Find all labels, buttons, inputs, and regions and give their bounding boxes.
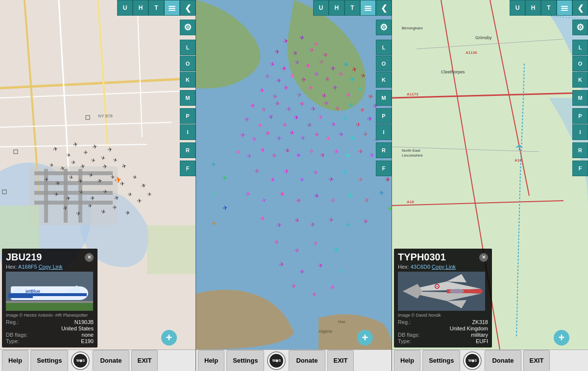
side-i-1[interactable]: I	[180, 124, 196, 140]
svg-text:✈: ✈	[264, 129, 271, 138]
donate-btn-3[interactable]: Donate	[485, 350, 521, 371]
flight-id-3: TYPH0301 ✕	[398, 252, 488, 263]
svg-text:✈: ✈	[257, 121, 264, 129]
flags-value-3: military	[471, 332, 488, 338]
side-k-2[interactable]: K	[376, 72, 392, 88]
btn-h-3[interactable]: H	[525, 0, 541, 16]
detail-flags-3: DB flags: military	[398, 332, 488, 338]
img-caption-3: Image © David Novák	[398, 313, 488, 318]
svg-text:✈: ✈	[338, 267, 344, 275]
detail-country-1: United States	[6, 325, 94, 331]
btn-h-1[interactable]: H	[133, 0, 148, 16]
side-f-2[interactable]: F	[376, 161, 392, 176]
svg-text:✈: ✈	[351, 65, 358, 74]
compass-label-3: W◉S	[468, 359, 477, 363]
exit-btn-1[interactable]: EXIT	[131, 350, 158, 371]
top-toolbar-2: U H T ❮	[313, 0, 392, 16]
side-m-2[interactable]: M	[376, 90, 392, 106]
svg-text:✈: ✈	[54, 179, 61, 187]
side-l-2[interactable]: L	[376, 40, 392, 55]
gear-btn-2[interactable]: ⚙	[376, 20, 392, 35]
svg-text:✈: ✈	[276, 221, 283, 229]
svg-text:✈: ✈	[344, 221, 351, 229]
svg-rect-24	[169, 8, 175, 9]
side-o-1[interactable]: O	[180, 56, 196, 71]
side-k-1[interactable]: K	[180, 72, 196, 88]
svg-text:✈: ✈	[270, 60, 276, 68]
copy-link-1[interactable]: Copy Link	[39, 264, 63, 270]
settings-btn-3[interactable]: Settings	[422, 350, 460, 371]
side-p-1[interactable]: P	[180, 108, 196, 124]
detail-type-1: Type: E190	[6, 338, 94, 344]
btn-t-1[interactable]: T	[148, 0, 164, 16]
donate-btn-1[interactable]: Donate	[93, 350, 129, 371]
svg-text:✈: ✈	[265, 72, 270, 80]
help-btn-2[interactable]: Help	[198, 350, 224, 371]
plus-btn-2[interactable]: +	[357, 330, 373, 346]
settings-btn-1[interactable]: Settings	[30, 350, 68, 371]
svg-text:✈: ✈	[347, 101, 354, 109]
close-btn-3[interactable]: ✕	[479, 253, 488, 262]
flight-id-text-3: TYPH0301	[398, 252, 446, 263]
side-l-1[interactable]: L	[180, 40, 196, 55]
svg-text:✈: ✈	[259, 87, 265, 94]
svg-text:✈: ✈	[313, 168, 319, 177]
btn-u-2[interactable]: U	[313, 0, 329, 16]
svg-text:✈: ✈	[102, 163, 108, 170]
svg-text:✈: ✈	[313, 70, 319, 78]
layer-btn-2[interactable]	[360, 0, 376, 16]
exit-btn-3[interactable]: EXIT	[523, 350, 550, 371]
side-i-3[interactable]: I	[572, 124, 588, 140]
flags-value-1: none	[82, 332, 94, 338]
plus-btn-1[interactable]: +	[161, 330, 177, 346]
svg-text:✈: ✈	[514, 142, 525, 151]
detail-type-3: Type: EUFI	[398, 338, 488, 344]
plus-btn-3[interactable]: +	[554, 330, 569, 346]
exit-btn-2[interactable]: EXIT	[327, 350, 354, 371]
side-r-2[interactable]: R	[376, 142, 392, 158]
btn-t-2[interactable]: T	[344, 0, 360, 16]
btn-h-2[interactable]: H	[329, 0, 344, 16]
side-f-1[interactable]: F	[180, 161, 196, 176]
country-value-3: United Kingdom	[450, 325, 488, 331]
svg-text:✈: ✈	[357, 85, 364, 93]
side-k-3[interactable]: K	[572, 72, 588, 88]
svg-text:✈: ✈	[304, 61, 312, 70]
svg-text:✈: ✈	[329, 283, 336, 292]
side-o-2[interactable]: O	[376, 56, 392, 71]
btn-u-3[interactable]: U	[510, 0, 525, 16]
svg-text:✈: ✈	[345, 91, 352, 99]
copy-link-3[interactable]: Copy Link	[432, 264, 456, 270]
svg-text:✈: ✈	[298, 100, 306, 109]
svg-text:✈: ✈	[384, 175, 392, 184]
layer-btn-3[interactable]	[557, 0, 572, 16]
side-p-2[interactable]: P	[376, 108, 392, 124]
gear-btn-3[interactable]: ⚙	[572, 20, 588, 35]
gear-btn-1[interactable]: ⚙	[180, 20, 196, 35]
side-f-3[interactable]: F	[572, 161, 588, 176]
layer-btn-1[interactable]	[164, 0, 180, 16]
donate-btn-2[interactable]: Donate	[289, 350, 325, 371]
back-btn-1[interactable]: ❮	[180, 0, 196, 16]
side-r-1[interactable]: R	[180, 142, 196, 158]
btn-u-1[interactable]: U	[117, 0, 133, 16]
side-l-3[interactable]: L	[572, 40, 588, 55]
back-btn-3[interactable]: ❮	[572, 0, 588, 16]
compass-3: W◉S	[463, 351, 482, 370]
help-btn-1[interactable]: Help	[2, 350, 28, 371]
side-m-3[interactable]: M	[572, 90, 588, 106]
side-i-2[interactable]: I	[376, 124, 392, 140]
side-r-3[interactable]: R	[572, 142, 588, 158]
side-m-1[interactable]: M	[180, 90, 196, 106]
close-btn-1[interactable]: ✕	[85, 253, 94, 262]
svg-text:✈: ✈	[210, 219, 217, 228]
settings-btn-2[interactable]: Settings	[226, 350, 264, 371]
help-btn-3[interactable]: Help	[394, 350, 420, 371]
svg-text:✈: ✈	[274, 48, 280, 56]
side-p-3[interactable]: P	[572, 108, 588, 124]
svg-rect-226	[561, 6, 568, 7]
svg-text:✈: ✈	[100, 208, 107, 216]
side-o-3[interactable]: O	[572, 56, 588, 71]
back-btn-2[interactable]: ❮	[376, 0, 392, 16]
btn-t-3[interactable]: T	[541, 0, 557, 16]
